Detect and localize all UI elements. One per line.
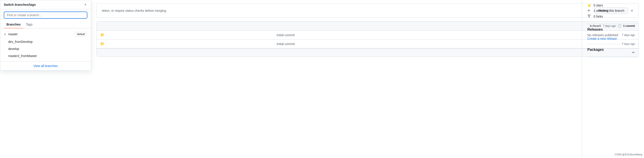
branch-name-master2: master2_fromMaster xyxy=(8,54,87,58)
default-badge: default xyxy=(74,32,87,36)
branch-dropdown-close-button[interactable]: × xyxy=(84,2,87,7)
star-icon: ⭐ xyxy=(587,3,592,7)
tab-branches[interactable]: Branches xyxy=(4,21,23,28)
tab-tags[interactable]: Tags xyxy=(23,21,35,28)
repo-table-header: bc9eae5 7 days ago 🕐 1 commit xyxy=(97,21,638,31)
commit-message: initial commit xyxy=(277,42,617,46)
main-content: letion, or require status checks before … xyxy=(91,0,644,158)
branch-dropdown-header: Switch branches/tags × xyxy=(0,0,91,9)
packages-section: Packages xyxy=(587,44,639,57)
edit-row: ✏ xyxy=(97,48,638,56)
protect-banner: letion, or require status checks before … xyxy=(96,3,639,18)
branch-dropdown: Switch branches/tags × Branches Tags ✓ m… xyxy=(0,0,91,71)
table-row: 📁 initial commit 7 days ago xyxy=(97,31,638,39)
list-item[interactable]: ✓ master default xyxy=(0,30,91,38)
releases-section: Releases No releases published Create a … xyxy=(587,24,639,44)
packages-title: Packages xyxy=(587,48,639,52)
stars-count: 0 stars xyxy=(594,3,603,7)
eye-icon: 👁 xyxy=(587,9,592,12)
watching-count: 1 watching xyxy=(594,9,608,12)
stars-stat: ⭐ 0 stars xyxy=(587,3,639,7)
folder-icon: 📁 xyxy=(100,42,105,46)
list-item[interactable]: dev_fromDevelop xyxy=(0,38,91,45)
branch-name-develop: develop xyxy=(8,47,87,51)
watermark: CSDN @石头StoneWang xyxy=(615,153,642,156)
branch-search-container xyxy=(0,9,91,21)
view-all-branches: View all branches xyxy=(0,61,91,70)
list-item[interactable]: master2_fromMaster xyxy=(0,52,91,59)
branch-list: ✓ master default dev_fromDevelop develop… xyxy=(0,28,91,61)
check-icon: ✓ xyxy=(4,32,8,36)
table-row: 📁 initial commit 7 days ago xyxy=(97,39,638,48)
branch-name-master: master xyxy=(8,32,74,36)
sidebar-stats-section: ⭐ 0 stars 👁 1 watching 0 forks xyxy=(587,0,639,24)
watching-stat: 👁 1 watching xyxy=(587,9,639,12)
right-sidebar: ⭐ 0 stars 👁 1 watching 0 forks Releases … xyxy=(582,0,644,158)
fork-icon xyxy=(587,14,592,18)
forks-stat: 0 forks xyxy=(587,14,639,18)
branch-dropdown-title: Switch branches/tags xyxy=(4,3,36,6)
repo-table: bc9eae5 7 days ago 🕐 1 commit 📁 initial … xyxy=(96,21,639,57)
folder-icon: 📁 xyxy=(100,33,105,37)
list-item[interactable]: develop xyxy=(0,45,91,52)
branch-name-dev: dev_fromDevelop xyxy=(8,40,87,43)
forks-count: 0 forks xyxy=(594,15,603,18)
no-releases-text: No releases published xyxy=(587,33,639,37)
branch-search-input[interactable] xyxy=(4,11,87,19)
protect-banner-description: letion, or require status checks before … xyxy=(102,9,167,12)
create-release-link[interactable]: Create a new release xyxy=(587,37,617,40)
commit-message: initial commit xyxy=(277,33,617,37)
protect-banner-text: letion, or require status checks before … xyxy=(102,9,595,12)
releases-title: Releases xyxy=(587,27,639,31)
view-all-branches-link[interactable]: View all branches xyxy=(33,64,58,68)
branch-tabs: Branches Tags xyxy=(0,21,91,28)
